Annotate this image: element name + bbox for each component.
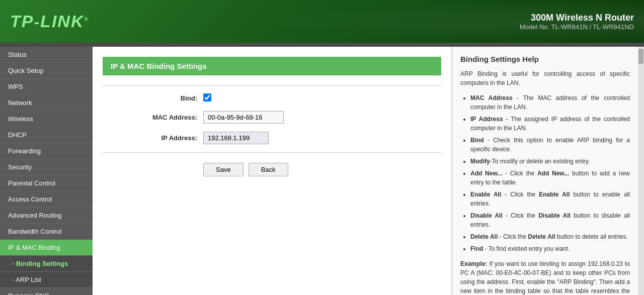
mac-input[interactable] [203, 111, 284, 124]
ip-row: IP Address: [103, 132, 441, 144]
bind-checkbox[interactable] [203, 93, 211, 102]
bind-value [203, 93, 211, 103]
help-title: Binding Settings Help [460, 55, 630, 63]
bind-row: Bind: [103, 93, 441, 103]
top-divider [103, 85, 441, 86]
sidebar-item-ip-mac-binding[interactable]: IP & MAC Binding [0, 240, 93, 256]
list-item: MAC Address - The MAC address of the con… [470, 93, 630, 112]
sidebar-item-security[interactable]: Security [0, 159, 93, 175]
sidebar-item-dhcp[interactable]: DHCP [0, 127, 93, 143]
sidebar-item-advanced-routing[interactable]: Advanced Routing [0, 208, 93, 224]
help-list: MAC Address - The MAC address of the con… [460, 93, 630, 253]
sidebar: Status Quick Setup WPS Network Wireless … [0, 47, 93, 295]
back-button[interactable]: Back [249, 163, 288, 176]
list-item: IP Address - The assigned IP address of … [470, 115, 630, 133]
bind-label: Bind: [103, 94, 203, 102]
sidebar-item-wireless[interactable]: Wireless [0, 111, 93, 127]
help-panel: Binding Settings Help ARP Binding is use… [452, 47, 638, 295]
sidebar-item-access-control[interactable]: Access Control [0, 191, 93, 208]
save-button[interactable]: Save [203, 163, 244, 176]
model-number: Model No. TL-WR841N / TL-WR841ND [520, 23, 634, 31]
mac-label: MAC Address: [103, 114, 203, 121]
list-item: Find - To find existed entry you want. [470, 244, 630, 253]
sidebar-item-bandwidth-control[interactable]: Bandwidth Control [0, 224, 93, 240]
mac-row: MAC Address: [103, 111, 441, 124]
sidebar-item-binding-settings[interactable]: - Binding Settings [0, 256, 93, 272]
sidebar-item-forwarding[interactable]: Forwarding [0, 143, 93, 159]
list-item: Delete All - Click the Delete All button… [470, 232, 630, 241]
main-layout: Status Quick Setup WPS Network Wireless … [0, 47, 644, 295]
sidebar-item-status[interactable]: Status [0, 47, 93, 63]
sidebar-item-network[interactable]: Network [0, 95, 93, 111]
sidebar-item-quick-setup[interactable]: Quick Setup [0, 63, 93, 79]
button-row: Save Back [203, 163, 441, 176]
bottom-divider [103, 152, 441, 153]
ip-value [203, 132, 269, 144]
ip-label: IP Address: [103, 134, 203, 142]
product-name: 300M Wireless N Router [520, 13, 634, 23]
sidebar-item-dynamic-dns[interactable]: Dynamic DNS [0, 288, 93, 295]
sidebar-item-wps[interactable]: WPS [0, 79, 93, 95]
list-item: Disable All - Click the Disable All butt… [470, 211, 630, 229]
list-item: Add New... - Click the Add New... button… [470, 169, 630, 187]
logo: TP-LINK® [10, 12, 89, 31]
help-example: Example: If you want to use binding to a… [460, 259, 630, 295]
nav-bar [0, 43, 644, 47]
scrollbar[interactable] [638, 47, 644, 295]
header: TP-LINK® 300M Wireless N Router Model No… [0, 0, 644, 43]
scroll-thumb[interactable] [638, 49, 643, 64]
list-item: Enable All - Click the Enable All button… [470, 190, 630, 208]
header-info: 300M Wireless N Router Model No. TL-WR84… [520, 13, 634, 31]
list-item: Bind - Check this option to enable ARP b… [470, 136, 630, 154]
section-title: IP & MAC Binding Settings [103, 57, 441, 75]
help-intro: ARP Binding is useful for controlling ac… [460, 69, 630, 87]
mac-value [203, 111, 284, 124]
sidebar-item-arp-list[interactable]: - ARP List [0, 272, 93, 288]
list-item: Modify-To modify or delete an existing e… [470, 157, 630, 166]
sidebar-item-parental-control[interactable]: Parental Control [0, 175, 93, 191]
ip-input[interactable] [203, 132, 269, 144]
main-content: IP & MAC Binding Settings Bind: MAC Addr… [93, 47, 452, 295]
